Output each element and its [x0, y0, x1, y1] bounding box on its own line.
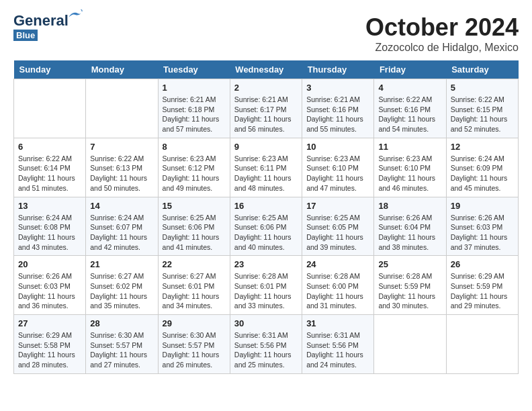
sunrise-text: Sunrise: 6:21 AM — [234, 95, 298, 105]
calendar-week-row: 6Sunrise: 6:22 AMSunset: 6:14 PMDaylight… — [14, 138, 519, 197]
cell-sun-info: Sunrise: 6:28 AMSunset: 6:00 PMDaylight:… — [306, 271, 369, 311]
sunrise-text: Sunrise: 6:25 AM — [234, 213, 298, 223]
sunrise-text: Sunrise: 6:31 AM — [234, 330, 298, 340]
day-number: 1 — [163, 83, 226, 93]
calendar-cell: 16Sunrise: 6:25 AMSunset: 6:06 PMDayligh… — [230, 197, 302, 256]
day-number: 5 — [451, 83, 514, 93]
cell-sun-info: Sunrise: 6:25 AMSunset: 6:06 PMDaylight:… — [234, 213, 298, 253]
calendar-cell: 28Sunrise: 6:30 AMSunset: 5:57 PMDayligh… — [86, 315, 158, 374]
sunrise-text: Sunrise: 6:24 AM — [451, 154, 514, 164]
location-title: Zozocolco de Hidalgo, Mexico — [365, 42, 519, 54]
sunset-text: Sunset: 6:01 PM — [163, 281, 226, 291]
sunrise-text: Sunrise: 6:30 AM — [90, 330, 153, 340]
cell-sun-info: Sunrise: 6:27 AMSunset: 6:02 PMDaylight:… — [90, 271, 153, 311]
cell-sun-info: Sunrise: 6:28 AMSunset: 6:01 PMDaylight:… — [234, 271, 298, 311]
sunset-text: Sunset: 6:00 PM — [306, 281, 369, 291]
day-number: 14 — [90, 201, 153, 211]
day-number: 12 — [451, 142, 514, 152]
sunset-text: Sunset: 6:14 PM — [18, 163, 81, 173]
sunset-text: Sunset: 6:09 PM — [451, 163, 514, 173]
daylight-text: Daylight: 11 hours and 40 minutes. — [234, 232, 298, 252]
daylight-text: Daylight: 11 hours and 30 minutes. — [378, 291, 441, 311]
daylight-text: Daylight: 11 hours and 36 minutes. — [18, 291, 81, 311]
day-number: 8 — [163, 142, 226, 152]
calendar-cell: 30Sunrise: 6:31 AMSunset: 5:56 PMDayligh… — [230, 315, 302, 374]
logo-text: General — [13, 12, 69, 29]
header-sunday: Sunday — [14, 60, 86, 79]
daylight-text: Daylight: 11 hours and 28 minutes. — [18, 350, 81, 369]
sunrise-text: Sunrise: 6:27 AM — [163, 271, 226, 281]
calendar-week-row: 13Sunrise: 6:24 AMSunset: 6:08 PMDayligh… — [14, 197, 519, 256]
sunset-text: Sunset: 6:16 PM — [306, 105, 369, 115]
cell-sun-info: Sunrise: 6:22 AMSunset: 6:14 PMDaylight:… — [18, 154, 81, 193]
cell-sun-info: Sunrise: 6:21 AMSunset: 6:16 PMDaylight:… — [306, 95, 369, 134]
sunset-text: Sunset: 6:08 PM — [18, 222, 81, 232]
day-number: 23 — [234, 259, 298, 269]
daylight-text: Daylight: 11 hours and 45 minutes. — [451, 173, 514, 193]
sunset-text: Sunset: 6:15 PM — [451, 105, 514, 115]
daylight-text: Daylight: 11 hours and 38 minutes. — [378, 232, 441, 252]
daylight-text: Daylight: 11 hours and 48 minutes. — [234, 173, 298, 193]
calendar-week-row: 27Sunrise: 6:29 AMSunset: 5:58 PMDayligh… — [14, 315, 519, 374]
day-number: 28 — [90, 318, 153, 328]
day-number: 20 — [18, 259, 81, 269]
cell-sun-info: Sunrise: 6:29 AMSunset: 5:58 PMDaylight:… — [18, 330, 81, 370]
calendar-cell: 13Sunrise: 6:24 AMSunset: 6:08 PMDayligh… — [14, 197, 86, 256]
day-number: 10 — [306, 142, 369, 152]
daylight-text: Daylight: 11 hours and 37 minutes. — [451, 232, 514, 252]
sunrise-text: Sunrise: 6:29 AM — [18, 330, 81, 340]
header-monday: Monday — [86, 60, 158, 79]
sunset-text: Sunset: 6:06 PM — [163, 222, 226, 232]
day-number: 26 — [451, 259, 514, 269]
month-title: October 2024 — [365, 13, 519, 42]
sunset-text: Sunset: 6:02 PM — [90, 281, 153, 291]
sunset-text: Sunset: 6:01 PM — [234, 281, 298, 291]
calendar-cell — [446, 315, 518, 374]
day-number: 13 — [18, 201, 81, 211]
cell-sun-info: Sunrise: 6:22 AMSunset: 6:16 PMDaylight:… — [378, 95, 441, 134]
sunrise-text: Sunrise: 6:25 AM — [163, 213, 226, 223]
day-number: 3 — [306, 83, 369, 93]
daylight-text: Daylight: 11 hours and 57 minutes. — [163, 114, 226, 134]
cell-sun-info: Sunrise: 6:24 AMSunset: 6:07 PMDaylight:… — [90, 213, 153, 253]
sunset-text: Sunset: 6:07 PM — [90, 222, 153, 232]
sunrise-text: Sunrise: 6:22 AM — [18, 154, 81, 164]
daylight-text: Daylight: 11 hours and 52 minutes. — [451, 114, 514, 134]
cell-sun-info: Sunrise: 6:31 AMSunset: 5:56 PMDaylight:… — [234, 330, 298, 370]
calendar-cell: 15Sunrise: 6:25 AMSunset: 6:06 PMDayligh… — [158, 197, 230, 256]
cell-sun-info: Sunrise: 6:22 AMSunset: 6:15 PMDaylight:… — [451, 95, 514, 134]
calendar-cell: 21Sunrise: 6:27 AMSunset: 6:02 PMDayligh… — [86, 256, 158, 315]
cell-sun-info: Sunrise: 6:25 AMSunset: 6:06 PMDaylight:… — [163, 213, 226, 253]
sunrise-text: Sunrise: 6:30 AM — [163, 330, 226, 340]
day-number: 21 — [90, 259, 153, 269]
calendar-cell — [14, 79, 86, 138]
title-block: October 2024 Zozocolco de Hidalgo, Mexic… — [365, 13, 519, 54]
daylight-text: Daylight: 11 hours and 50 minutes. — [90, 173, 153, 193]
day-number: 19 — [451, 201, 514, 211]
day-number: 7 — [90, 142, 153, 152]
daylight-text: Daylight: 11 hours and 56 minutes. — [234, 114, 298, 134]
daylight-text: Daylight: 11 hours and 55 minutes. — [306, 114, 369, 134]
cell-sun-info: Sunrise: 6:30 AMSunset: 5:57 PMDaylight:… — [163, 330, 226, 370]
sunset-text: Sunset: 5:59 PM — [451, 281, 514, 291]
cell-sun-info: Sunrise: 6:29 AMSunset: 5:59 PMDaylight:… — [451, 271, 514, 311]
calendar-cell: 4Sunrise: 6:22 AMSunset: 6:16 PMDaylight… — [374, 79, 446, 138]
daylight-text: Daylight: 11 hours and 35 minutes. — [90, 291, 153, 311]
calendar-cell — [374, 315, 446, 374]
calendar-week-row: 1Sunrise: 6:21 AMSunset: 6:18 PMDaylight… — [14, 79, 519, 138]
cell-sun-info: Sunrise: 6:30 AMSunset: 5:57 PMDaylight:… — [90, 330, 153, 370]
cell-sun-info: Sunrise: 6:23 AMSunset: 6:10 PMDaylight:… — [378, 154, 441, 193]
daylight-text: Daylight: 11 hours and 51 minutes. — [18, 173, 81, 193]
daylight-text: Daylight: 11 hours and 29 minutes. — [451, 291, 514, 311]
page-header: General Blue October 2024 Zozocolco de H… — [13, 13, 519, 54]
sunrise-text: Sunrise: 6:26 AM — [378, 213, 441, 223]
day-number: 22 — [163, 259, 226, 269]
calendar-cell: 23Sunrise: 6:28 AMSunset: 6:01 PMDayligh… — [230, 256, 302, 315]
sunset-text: Sunset: 6:06 PM — [234, 222, 298, 232]
header-saturday: Saturday — [446, 60, 518, 79]
sunrise-text: Sunrise: 6:28 AM — [306, 271, 369, 281]
day-number: 29 — [163, 318, 226, 328]
sunset-text: Sunset: 6:13 PM — [90, 163, 153, 173]
daylight-text: Daylight: 11 hours and 33 minutes. — [234, 291, 298, 311]
calendar-week-row: 20Sunrise: 6:26 AMSunset: 6:03 PMDayligh… — [14, 256, 519, 315]
